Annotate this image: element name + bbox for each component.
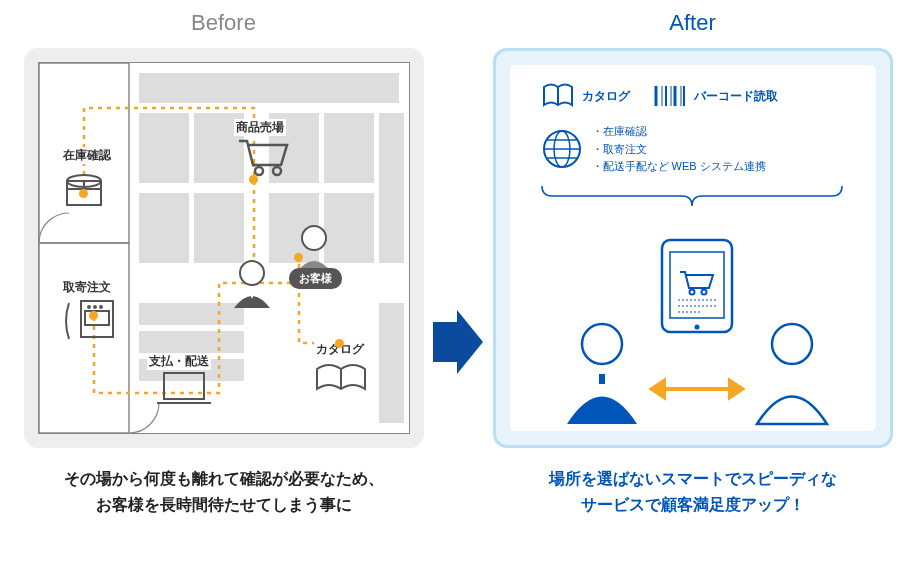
svg-point-22 [100, 306, 102, 308]
feature-label: カタログ [582, 88, 630, 105]
svg-rect-7 [139, 193, 189, 263]
bullet-list: ・在庫確認 ・取寄注文 ・配送手配など WEB システム連携 [592, 123, 766, 176]
label-sales: 商品売場 [234, 119, 286, 136]
svg-point-20 [88, 306, 90, 308]
path-node [89, 311, 98, 320]
before-title: Before [191, 10, 256, 36]
path-node [249, 175, 258, 184]
label-customer: お客様 [289, 268, 342, 289]
feature-label: バーコード読取 [694, 88, 778, 105]
label-stock: 在庫確認 [61, 147, 113, 164]
book-icon [542, 83, 574, 109]
label-order: 取寄注文 [61, 279, 113, 296]
after-column: After カタログ バーコード読取 ・在庫確認 ・取寄注文 ・配送手配など W… [489, 10, 896, 517]
caption-line: 場所を選ばないスマートでスピーディな [549, 466, 837, 492]
path-node [294, 253, 303, 262]
svg-point-26 [240, 261, 264, 285]
svg-rect-13 [139, 331, 244, 353]
svg-point-43 [701, 289, 706, 294]
svg-rect-15 [379, 303, 404, 423]
svg-rect-3 [139, 113, 189, 183]
bullet-item: ・取寄注文 [592, 141, 766, 159]
feature-barcode: バーコード読取 [654, 83, 778, 109]
staff-icon [234, 261, 270, 308]
svg-rect-10 [324, 193, 374, 263]
barcode-icon [654, 84, 686, 108]
svg-point-27 [302, 226, 326, 250]
before-panel: 在庫確認 取寄注文 支払・配送 商品売場 カタログ お客様 [24, 48, 424, 448]
floorplan: 在庫確認 取寄注文 支払・配送 商品売場 カタログ お客様 [38, 62, 410, 434]
svg-rect-49 [599, 374, 605, 384]
caption-line: サービスで顧客満足度アップ！ [549, 492, 837, 518]
after-panel: カタログ バーコード読取 ・在庫確認 ・取寄注文 ・配送手配など WEB システ… [493, 48, 893, 448]
svg-rect-11 [379, 113, 404, 263]
caption-line: その場から何度も離れて確認が必要なため、 [64, 466, 384, 492]
after-inner: カタログ バーコード読取 ・在庫確認 ・取寄注文 ・配送手配など WEB システ… [510, 65, 876, 431]
caption-line: お客様を長時間待たせてしまう事に [64, 492, 384, 518]
svg-point-50 [772, 324, 812, 364]
transition-arrow [433, 310, 483, 378]
svg-rect-41 [670, 252, 724, 318]
globe-icon [542, 129, 582, 169]
after-title: After [669, 10, 715, 36]
before-caption: その場から何度も離れて確認が必要なため、 お客様を長時間待たせてしまう事に [64, 466, 384, 517]
svg-point-48 [582, 324, 622, 364]
svg-point-21 [94, 306, 96, 308]
book-icon [317, 365, 365, 389]
interaction-scene [522, 234, 864, 434]
svg-rect-6 [324, 113, 374, 183]
svg-point-47 [694, 324, 699, 329]
feature-catalog: カタログ [542, 83, 630, 109]
before-column: Before [20, 10, 427, 517]
bullet-item: ・在庫確認 [592, 123, 766, 141]
svg-point-42 [689, 289, 694, 294]
floorplan-svg [39, 63, 409, 433]
svg-rect-8 [194, 193, 244, 263]
svg-point-23 [255, 167, 263, 175]
bracket-icon [522, 182, 862, 212]
path-node [79, 189, 88, 198]
path-node [335, 339, 344, 348]
svg-rect-2 [139, 73, 399, 103]
bullet-item: ・配送手配など WEB システム連携 [592, 158, 766, 176]
phone-icon [66, 301, 113, 339]
label-pay: 支払・配送 [147, 353, 211, 370]
svg-rect-12 [139, 303, 244, 325]
after-caption: 場所を選ばないスマートでスピーディな サービスで顧客満足度アップ！ [549, 466, 837, 517]
